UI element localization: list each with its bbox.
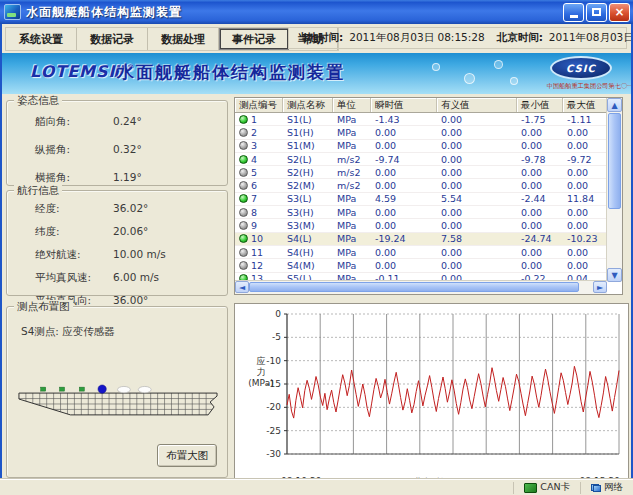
cell-point-name: S3(H) bbox=[283, 207, 333, 218]
col-header-unit[interactable]: 单位 bbox=[333, 98, 371, 112]
col-header-instant[interactable]: 瞬时值 bbox=[371, 98, 437, 112]
col-header-point-id[interactable]: 测点编号 bbox=[235, 98, 283, 112]
cell-min: -2.44 bbox=[517, 193, 563, 204]
cell-min: -1.75 bbox=[517, 114, 563, 125]
vertical-scroll-thumb[interactable] bbox=[608, 113, 621, 209]
local-time-value: 2011年08月03日 08:15:28 bbox=[349, 31, 484, 45]
status-led-icon bbox=[239, 208, 248, 217]
table-row[interactable]: 11S4(H)MPa0.000.000.000.00 bbox=[235, 246, 622, 259]
status-led-icon bbox=[239, 221, 248, 230]
cell-point-name: S2(L) bbox=[283, 154, 333, 165]
maximize-button[interactable] bbox=[586, 3, 607, 22]
cell-point-name: S2(M) bbox=[283, 180, 333, 191]
cell-min: 0.00 bbox=[517, 207, 563, 218]
nav-items: 经度:36.02°纬度:20.06°绝对航速:10.00 m/s平均真风速:6.… bbox=[7, 202, 227, 308]
navigation-info-panel: 航行信息 经度:36.02°纬度:20.06°绝对航速:10.00 m/s平均真… bbox=[6, 190, 228, 296]
cell-point-name: S2(H) bbox=[283, 167, 333, 178]
toolbar: 系统设置数据记录数据处理事件记录帮助 当地时间: 2011年08月03日 08:… bbox=[0, 24, 633, 53]
cell-min: 0.00 bbox=[517, 167, 563, 178]
table-row[interactable]: 3S1(M)MPa0.000.000.000.00 bbox=[235, 140, 622, 153]
cell-unit: MPa bbox=[333, 127, 371, 138]
scroll-left-icon[interactable]: ◄ bbox=[235, 281, 249, 293]
info-row: 纵摇角:0.32° bbox=[7, 143, 227, 157]
selected-sensor-marker bbox=[98, 385, 106, 393]
status-led-icon bbox=[239, 141, 248, 150]
attitude-items: 艏向角:0.24°纵摇角:0.32°横摇角:1.19° bbox=[7, 115, 227, 185]
cell-instant: 0.00 bbox=[371, 140, 437, 151]
ship-hull-diagram bbox=[13, 379, 221, 429]
table-row[interactable]: 9S3(M)MPa0.000.000.000.00 bbox=[235, 219, 622, 232]
info-label: 纬度: bbox=[7, 225, 95, 239]
cell-point-id: 1 bbox=[251, 114, 257, 125]
cell-unit: MPa bbox=[333, 260, 371, 271]
app-window: 水面舰艇船体结构监测装置 × 系统设置数据记录数据处理事件记录帮助 当地时间: … bbox=[0, 0, 633, 495]
layout-panel-title: 测点布置图 bbox=[14, 300, 73, 314]
bubble-decoration bbox=[510, 77, 518, 85]
table-row[interactable]: 10S4(L)MPa-19.247.58-24.74-10.23 bbox=[235, 233, 622, 246]
table-row[interactable]: 12S4(M)MPa0.000.000.000.00 bbox=[235, 259, 622, 272]
cell-instant: 4.59 bbox=[371, 193, 437, 204]
col-header-significant[interactable]: 有义值 bbox=[437, 98, 517, 112]
cell-unit: MPa bbox=[333, 233, 371, 244]
scroll-down-icon[interactable]: ▼ bbox=[607, 268, 622, 282]
cell-point-id: 7 bbox=[251, 193, 257, 204]
table-row[interactable]: 2S1(H)MPa0.000.000.000.00 bbox=[235, 126, 622, 139]
table-row[interactable]: 7S3(L)MPa4.595.54-2.4411.84 bbox=[235, 193, 622, 206]
maximize-icon bbox=[592, 8, 601, 16]
cell-point-id: 5 bbox=[251, 167, 257, 178]
close-button[interactable]: × bbox=[609, 3, 630, 22]
horizontal-scroll-thumb[interactable] bbox=[249, 282, 579, 292]
table-row[interactable]: 8S3(H)MPa0.000.000.000.00 bbox=[235, 206, 622, 219]
table-row[interactable]: 1S1(L)MPa-1.430.00-1.75-1.11 bbox=[235, 113, 622, 126]
info-label: 纵摇角: bbox=[7, 143, 95, 157]
cell-instant: -1.43 bbox=[371, 114, 437, 125]
beijing-time-label: 北京时间: bbox=[497, 31, 543, 45]
point-layout-panel: 测点布置图 S4测点: 应变传感器 bbox=[6, 306, 228, 478]
col-header-point-name[interactable]: 测点名称 bbox=[283, 98, 333, 112]
app-icon bbox=[4, 4, 21, 20]
network-icon bbox=[591, 484, 601, 492]
cell-significant: 0.00 bbox=[437, 167, 517, 178]
bubble-decoration bbox=[464, 73, 475, 84]
banner: LOTEMSⅢ® 水面舰艇船体结构监测装置 CSIC 中国船舶重工集团公司第七〇… bbox=[2, 53, 631, 94]
cell-min: 0.00 bbox=[517, 220, 563, 231]
attitude-panel-title: 姿态信息 bbox=[14, 94, 62, 108]
status-led-icon bbox=[239, 155, 248, 164]
cell-point-id: 2 bbox=[251, 127, 257, 138]
network-label: 网络 bbox=[604, 481, 623, 494]
vertical-scrollbar[interactable]: ▲ ▼ bbox=[606, 98, 622, 282]
status-led-icon bbox=[239, 128, 248, 137]
scroll-up-icon[interactable]: ▲ bbox=[607, 98, 622, 112]
table-body: 1S1(L)MPa-1.430.00-1.75-1.112S1(H)MPa0.0… bbox=[235, 113, 622, 283]
table-row[interactable]: 6S2(M)m/s20.000.000.000.00 bbox=[235, 179, 622, 192]
info-value: 0.32° bbox=[95, 143, 227, 157]
info-value: 6.00 m/s bbox=[95, 271, 227, 285]
minimize-button[interactable] bbox=[563, 3, 584, 22]
col-header-min[interactable]: 最小值 bbox=[517, 98, 563, 112]
menu-item-2[interactable]: 数据记录 bbox=[77, 28, 148, 50]
info-row: 平均真风速:6.00 m/s bbox=[7, 271, 227, 285]
selected-point-note: S4测点: 应变传感器 bbox=[21, 325, 115, 339]
table-row[interactable]: 5S2(H)m/s20.000.000.000.00 bbox=[235, 166, 622, 179]
scroll-right-icon[interactable]: ► bbox=[593, 281, 607, 293]
cell-point-id: 6 bbox=[251, 180, 257, 191]
status-led-icon bbox=[239, 168, 248, 177]
svg-text:0: 0 bbox=[275, 309, 281, 319]
cell-unit: m/s2 bbox=[333, 154, 371, 165]
menu-item-3[interactable]: 数据处理 bbox=[148, 28, 219, 50]
status-led-icon bbox=[239, 261, 248, 270]
cell-min: 0.00 bbox=[517, 180, 563, 191]
cell-instant: 0.00 bbox=[371, 247, 437, 258]
menu-item-4[interactable]: 事件记录 bbox=[220, 29, 288, 49]
cell-point-name: S4(H) bbox=[283, 247, 333, 258]
cell-point-id: 9 bbox=[251, 220, 257, 231]
table-row[interactable]: 4S2(L)m/s2-9.740.00-9.78-9.72 bbox=[235, 153, 622, 166]
beijing-time-value: 2011年08月03日 08:15:28 bbox=[549, 31, 633, 45]
csic-logo-icon: CSIC bbox=[550, 56, 612, 80]
cell-instant: -19.24 bbox=[371, 233, 437, 244]
menu-item-1[interactable]: 系统设置 bbox=[6, 28, 77, 50]
cell-point-name: S1(H) bbox=[283, 127, 333, 138]
cell-point-name: S3(L) bbox=[283, 193, 333, 204]
horizontal-scrollbar[interactable]: ◄ ► bbox=[235, 280, 607, 294]
layout-zoom-button[interactable]: 布置大图 bbox=[157, 444, 217, 467]
